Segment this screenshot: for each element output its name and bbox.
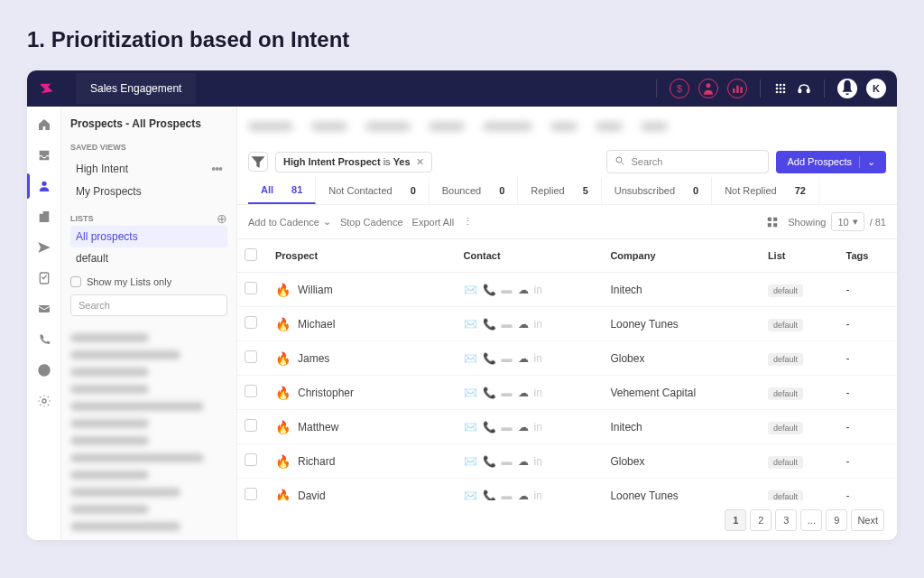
- row-checkbox[interactable]: [245, 488, 257, 500]
- row-checkbox[interactable]: [245, 419, 257, 432]
- linkedin-icon[interactable]: in: [534, 352, 542, 365]
- col-tags[interactable]: Tags: [839, 239, 897, 273]
- chart-icon[interactable]: [727, 79, 747, 98]
- table-row[interactable]: 🔥David✉️📞▬☁inLooney Tunesdefault-: [237, 479, 897, 501]
- sms-icon[interactable]: ▬: [502, 455, 513, 468]
- add-prospects-button[interactable]: Add Prospects ⌄: [776, 151, 886, 173]
- row-checkbox[interactable]: [245, 282, 257, 294]
- headset-icon[interactable]: [797, 81, 811, 96]
- avatar[interactable]: K: [866, 79, 886, 98]
- user-icon[interactable]: [698, 79, 718, 98]
- nav-settings-icon[interactable]: [37, 394, 51, 408]
- cloud-icon[interactable]: ☁: [518, 489, 529, 501]
- linkedin-icon[interactable]: in: [534, 455, 542, 468]
- phone-icon[interactable]: 📞: [483, 421, 496, 434]
- sms-icon[interactable]: ▬: [502, 318, 513, 331]
- phone-icon[interactable]: 📞: [483, 489, 496, 501]
- nav-inbox-icon[interactable]: [37, 148, 51, 163]
- tab-bounced[interactable]: Bounced0: [430, 177, 519, 204]
- tab-not-contacted[interactable]: Not Contacted0: [316, 177, 429, 204]
- sidebar-search-input[interactable]: Search: [70, 294, 227, 316]
- nav-reports-icon[interactable]: [37, 363, 51, 378]
- add-list-icon[interactable]: ⊕: [217, 211, 227, 226]
- app-name[interactable]: Sales Engagement: [76, 73, 196, 104]
- show-my-lists-toggle[interactable]: Show my Lists only: [70, 276, 227, 287]
- tab-replied[interactable]: Replied5: [518, 177, 601, 204]
- chevron-down-icon[interactable]: ⌄: [859, 156, 875, 168]
- phone-icon[interactable]: 📞: [483, 387, 496, 399]
- row-checkbox[interactable]: [245, 453, 257, 466]
- page-button[interactable]: 2: [750, 509, 772, 531]
- col-contact[interactable]: Contact: [457, 239, 604, 273]
- table-row[interactable]: 🔥Michael✉️📞▬☁inLooney Tunesdefault-: [237, 307, 897, 341]
- sms-icon[interactable]: ▬: [502, 352, 513, 365]
- row-checkbox[interactable]: [245, 316, 257, 329]
- col-list[interactable]: List: [761, 239, 839, 273]
- cloud-icon[interactable]: ☁: [518, 284, 529, 296]
- linkedin-icon[interactable]: in: [534, 421, 542, 434]
- nav-prospects-icon[interactable]: [37, 179, 51, 193]
- tab-unsubscribed[interactable]: Unsubscribed0: [602, 177, 712, 204]
- sms-icon[interactable]: ▬: [502, 489, 513, 501]
- remove-filter-icon[interactable]: ✕: [416, 156, 424, 168]
- nav-home-icon[interactable]: [37, 117, 51, 132]
- phone-icon[interactable]: 📞: [483, 352, 496, 365]
- page-button[interactable]: 3: [775, 509, 797, 531]
- tab-not-replied[interactable]: Not Replied72: [712, 177, 819, 204]
- cloud-icon[interactable]: ☁: [518, 352, 529, 365]
- export-all-button[interactable]: Export All: [412, 217, 454, 228]
- view-high-intent[interactable]: High Intent •••: [70, 157, 227, 181]
- table-row[interactable]: 🔥James✉️📞▬☁inGlobexdefault-: [237, 341, 897, 376]
- add-to-cadence-button[interactable]: Add to Cadence ⌄: [248, 216, 331, 228]
- list-all-prospects[interactable]: All prospects: [70, 226, 227, 247]
- col-company[interactable]: Company: [603, 239, 760, 273]
- stop-cadence-button[interactable]: Stop Cadence: [340, 217, 403, 228]
- phone-icon[interactable]: 📞: [483, 455, 496, 468]
- page-button[interactable]: 1: [725, 509, 746, 531]
- sms-icon[interactable]: ▬: [502, 284, 513, 296]
- email-icon[interactable]: ✉️: [464, 284, 477, 296]
- cloud-icon[interactable]: ☁: [518, 387, 529, 399]
- cloud-icon[interactable]: ☁: [518, 318, 529, 331]
- filter-icon[interactable]: [248, 152, 268, 172]
- tab-all[interactable]: All81: [248, 177, 316, 204]
- table-row[interactable]: 🔥Matthew✉️📞▬☁inInitechdefault-: [237, 410, 897, 444]
- nav-phone-icon[interactable]: [37, 332, 51, 347]
- email-icon[interactable]: ✉️: [464, 455, 477, 468]
- select-all-checkbox[interactable]: [245, 248, 257, 261]
- email-icon[interactable]: ✉️: [464, 489, 477, 501]
- page-size-select[interactable]: 10 ▾: [831, 212, 864, 231]
- page-button[interactable]: ...: [800, 509, 822, 531]
- sms-icon[interactable]: ▬: [502, 421, 513, 434]
- email-icon[interactable]: ✉️: [464, 421, 477, 434]
- phone-icon[interactable]: 📞: [483, 284, 496, 296]
- nav-send-icon[interactable]: [37, 240, 51, 255]
- email-icon[interactable]: ✉️: [464, 387, 477, 399]
- next-button[interactable]: Next: [851, 509, 884, 531]
- layout-icon[interactable]: [766, 216, 779, 228]
- dollar-icon[interactable]: $: [670, 79, 689, 98]
- linkedin-icon[interactable]: in: [534, 387, 542, 399]
- col-prospect[interactable]: Prospect: [268, 239, 457, 273]
- page-button[interactable]: 9: [826, 509, 847, 531]
- nav-mail-icon[interactable]: [37, 302, 51, 316]
- linkedin-icon[interactable]: in: [534, 318, 542, 331]
- table-row[interactable]: 🔥Christopher✉️📞▬☁inVehement Capitaldefau…: [237, 376, 897, 410]
- apps-icon[interactable]: [773, 81, 788, 96]
- table-row[interactable]: 🔥William✉️📞▬☁inInitechdefault-: [237, 273, 897, 307]
- row-checkbox[interactable]: [245, 385, 257, 397]
- search-input[interactable]: Search: [606, 150, 769, 173]
- email-icon[interactable]: ✉️: [464, 318, 477, 331]
- phone-icon[interactable]: 📞: [483, 318, 496, 331]
- bell-icon[interactable]: [837, 79, 857, 98]
- cloud-icon[interactable]: ☁: [518, 421, 529, 434]
- more-actions-icon[interactable]: ⋮: [463, 216, 473, 228]
- email-icon[interactable]: ✉️: [464, 352, 477, 365]
- more-icon[interactable]: •••: [211, 162, 222, 176]
- nav-task-icon[interactable]: [37, 271, 51, 285]
- nav-building-icon[interactable]: [37, 210, 51, 224]
- table-row[interactable]: 🔥Richard✉️📞▬☁inGlobexdefault-: [237, 444, 897, 479]
- filter-chip[interactable]: High Intent Prospect is Yes ✕: [275, 152, 432, 172]
- list-default[interactable]: default: [70, 247, 227, 269]
- sms-icon[interactable]: ▬: [502, 387, 513, 399]
